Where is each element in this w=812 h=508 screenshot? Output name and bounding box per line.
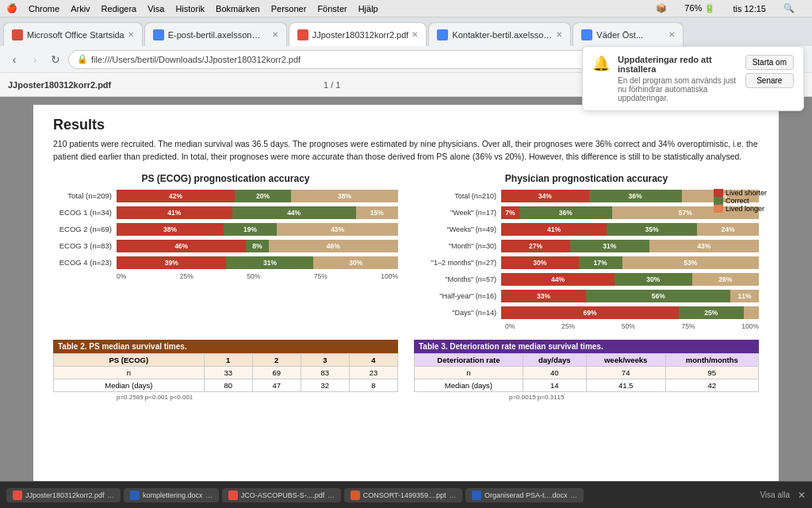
legend-item: Correct (714, 197, 767, 205)
search-icon[interactable]: 🔍 (783, 3, 795, 13)
pdf-content: Results 210 patients were recruited. The… (0, 97, 812, 481)
tables-section: Table 2. PS median survival times. PS (E… (53, 340, 759, 402)
bar-row: "Weeks" (n=49)41%35%24% (414, 222, 759, 237)
menu-fonster[interactable]: Fönster (317, 4, 347, 13)
back-button[interactable]: ‹ (6, 52, 22, 67)
forward-button[interactable]: › (27, 52, 43, 67)
bar-segment-red: 39% (117, 256, 226, 269)
reload-button[interactable]: ↻ (48, 52, 63, 67)
table3-wrapper: Table 3. Deterioration rate median survi… (414, 340, 759, 402)
notification-popup: 🔔 Uppdateringar redo att installera En d… (582, 46, 804, 111)
bottom-tab-item[interactable]: JJposter180312korr2.pdf... (6, 488, 121, 502)
bar-segment-tan: 26% (692, 273, 760, 286)
table2-header: 3 (301, 353, 349, 366)
notification-buttons: Starta om Senare (745, 55, 794, 88)
legend: Lived shorterCorrectLived longer (714, 189, 767, 213)
lock-icon: 🔒 (77, 54, 88, 64)
bar-segment-red: 30% (501, 256, 579, 269)
table2-header: 2 (252, 353, 301, 366)
table-cell: 83 (301, 366, 349, 379)
menu-bokmarken[interactable]: Bokmärken (216, 4, 260, 13)
bar-track: 30%17%53% (501, 256, 759, 269)
bar-label: ECOG 1 (n=34) (53, 208, 117, 217)
tab-tab3[interactable]: JJposter180312korr2.pdf✕ (289, 22, 427, 46)
bar-segment-green: 56% (586, 290, 730, 302)
bar-segment-tan (744, 306, 760, 319)
bar-segment-red: 38% (117, 223, 224, 236)
bar-row: "Months" (n=57)44%30%26% (414, 272, 759, 287)
bar-segment-green: 20% (235, 190, 291, 202)
tab-tab4[interactable]: Kontakter-bertil.axelsson@re...✕ (428, 22, 571, 46)
bar-row: Total (n=209)42%20%38% (53, 189, 398, 203)
bar-track: 44%30%26% (501, 273, 759, 286)
bar-track: 38%19%43% (117, 223, 398, 236)
bar-segment-green: 30% (615, 273, 692, 286)
table3-header: Deterioration rate (415, 353, 523, 366)
bottom-tab-item[interactable]: komplettering.docx... (124, 488, 219, 502)
bottom-tab-item[interactable]: JCO-ASCOPUBS-S-....pdf... (222, 488, 341, 502)
bottom-tab-item[interactable]: CONSORT-1499359....ppt... (344, 488, 462, 502)
pdf-page-indicator: 1 / 1 (324, 80, 340, 90)
charts-section: PS (ECOG) prognostication accuracy Total… (53, 173, 759, 330)
menu-arkiv[interactable]: Arkiv (71, 4, 90, 13)
bar-segment-tan: 46% (269, 240, 398, 252)
menu-visa[interactable]: Visa (147, 4, 164, 13)
menu-hjalp[interactable]: Hjälp (358, 4, 378, 13)
bar-row: "Month" (n=30)27%31%43% (414, 239, 759, 253)
menu-historik[interactable]: Historik (175, 4, 205, 13)
apple-menu[interactable]: 🍎 (6, 3, 17, 13)
dropbox-icon: 📦 (656, 3, 667, 13)
notification-text: Uppdateringar redo att installera En del… (618, 55, 737, 102)
bar-segment-red: 41% (117, 206, 232, 219)
bar-track: 39%31%30% (117, 256, 398, 269)
tab-tab2[interactable]: E-post-bertil.axelsson@region...✕ (144, 22, 287, 46)
bar-row: "Half-year" (n=16)33%56%11% (414, 289, 759, 303)
right-chart: Physician prognostication accuracy Total… (414, 173, 759, 330)
visa-alla-button[interactable]: Visa alla (760, 491, 790, 499)
legend-item: Lived longer (714, 205, 767, 213)
table-cell: 33 (204, 366, 252, 379)
bar-track: 41%35%24% (501, 223, 759, 236)
right-bar-chart: Total (n=210)34%36%30%"Week" (n=17)7%36%… (414, 189, 759, 320)
later-button[interactable]: Senare (745, 73, 794, 88)
restart-button[interactable]: Starta om (745, 55, 794, 70)
bar-track: 69%25% (501, 306, 759, 319)
bottom-tab-item[interactable]: Organiserad PSA-t....docx... (465, 488, 584, 502)
menu-personer[interactable]: Personer (271, 4, 307, 13)
results-title: Results (53, 117, 759, 133)
table3-title: Table 3. Deterioration rate median survi… (414, 340, 759, 353)
bar-track: 46%8%46% (117, 240, 398, 252)
bar-row: ECOG 1 (n=34)41%44%15% (53, 206, 398, 220)
right-chart-title: Physician prognostication accuracy (414, 173, 759, 184)
table2-header: PS (ECOG) (54, 353, 205, 366)
table2-header: 4 (349, 353, 397, 366)
table2: PS (ECOG)1234n33698323Median (days)80473… (53, 353, 398, 392)
bar-segment-green: 35% (607, 223, 697, 236)
table-row: Median (days)1441.542 (415, 379, 759, 391)
table2-title: Table 2. PS median survival times. (53, 340, 398, 353)
table-cell: 80 (204, 379, 252, 391)
bar-label: "Weeks" (n=49) (414, 225, 501, 233)
bar-segment-red: 33% (501, 290, 586, 302)
left-bar-chart: Total (n=209)42%20%38%ECOG 1 (n=34)41%44… (53, 189, 398, 270)
bar-segment-red: 69% (501, 306, 679, 319)
table2-wrapper: Table 2. PS median survival times. PS (E… (53, 340, 398, 402)
tab-tab5[interactable]: Väder Öst...✕ (573, 22, 684, 46)
menu-bar: 🍎 Chrome Arkiv Redigera Visa Historik Bo… (0, 0, 812, 17)
bar-segment-tan: 53% (622, 256, 759, 269)
table-cell: n (54, 366, 205, 379)
bar-row: "1–2 months" (n=27)30%17%53% (414, 256, 759, 270)
tab-tab1[interactable]: Microsoft Office Startsida✕ (3, 22, 143, 46)
menu-chrome[interactable]: Chrome (29, 4, 59, 13)
table-cell: 41.5 (586, 379, 665, 391)
bar-segment-red: 42% (117, 190, 235, 202)
table-cell: 23 (349, 366, 397, 379)
bar-segment-green: 8% (246, 240, 268, 252)
close-bottom-bar[interactable]: ✕ (798, 490, 806, 501)
table-cell: 40 (523, 366, 586, 379)
bar-label: Total (n=210) (414, 192, 501, 200)
bar-segment-tan: 30% (313, 256, 398, 269)
bar-row: "Days" (n=14)69%25% (414, 306, 759, 320)
menu-redigera[interactable]: Redigera (102, 4, 137, 13)
bar-label: "Month" (n=30) (414, 242, 501, 250)
